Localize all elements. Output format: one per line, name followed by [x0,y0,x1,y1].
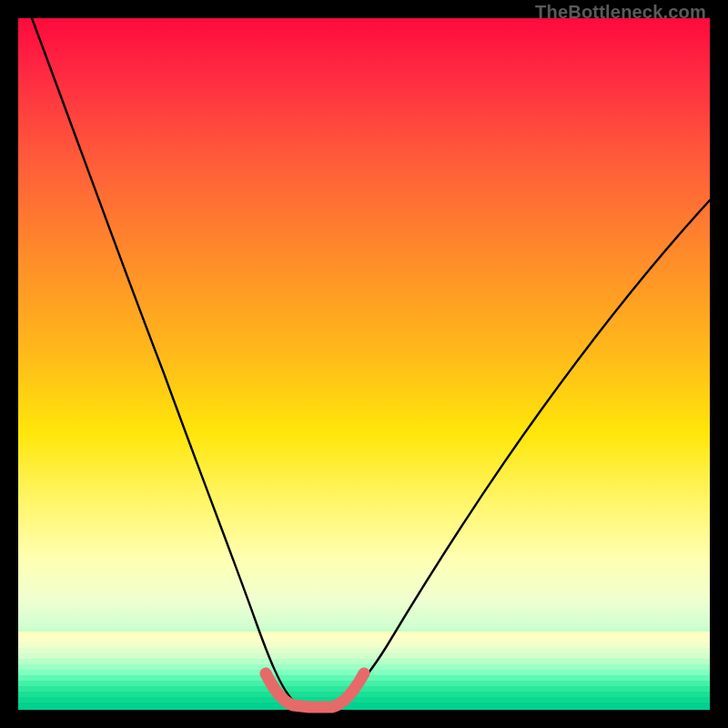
chart-svg [18,18,710,710]
highlight-segment [266,673,364,707]
chart-frame: TheBottleneck.com [0,0,728,728]
plot-area [18,18,710,710]
main-curve [32,18,710,706]
